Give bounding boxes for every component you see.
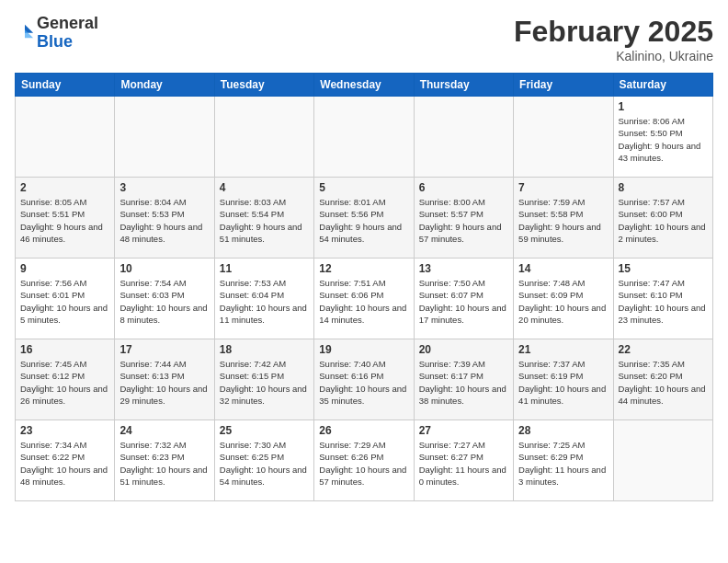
logo-general-text: General xyxy=(37,14,98,32)
logo-blue-text: Blue xyxy=(37,32,73,51)
day-info: Sunrise: 8:06 AM Sunset: 5:50 PM Dayligh… xyxy=(619,115,708,164)
calendar-cell: 21Sunrise: 7:37 AM Sunset: 6:19 PM Dayli… xyxy=(514,339,613,420)
calendar-cell xyxy=(514,97,613,178)
day-number: 25 xyxy=(220,424,309,437)
weekday-header-sunday: Sunday xyxy=(16,74,115,97)
day-info: Sunrise: 7:42 AM Sunset: 6:15 PM Dayligh… xyxy=(220,358,309,407)
day-info: Sunrise: 7:47 AM Sunset: 6:10 PM Dayligh… xyxy=(619,277,708,326)
calendar-header-row: SundayMondayTuesdayWednesdayThursdayFrid… xyxy=(16,74,713,97)
day-number: 13 xyxy=(419,262,508,275)
logo: General Blue xyxy=(15,15,98,52)
calendar-week-row: 1Sunrise: 8:06 AM Sunset: 5:50 PM Daylig… xyxy=(16,97,713,178)
day-number: 18 xyxy=(220,343,309,356)
calendar-cell: 22Sunrise: 7:35 AM Sunset: 6:20 PM Dayli… xyxy=(613,339,712,420)
day-number: 10 xyxy=(119,262,209,275)
calendar-cell: 12Sunrise: 7:51 AM Sunset: 6:06 PM Dayli… xyxy=(314,259,414,339)
day-number: 24 xyxy=(119,424,209,437)
day-info: Sunrise: 7:44 AM Sunset: 6:13 PM Dayligh… xyxy=(119,358,209,407)
calendar-cell: 27Sunrise: 7:27 AM Sunset: 6:27 PM Dayli… xyxy=(414,420,513,501)
calendar-cell: 16Sunrise: 7:45 AM Sunset: 6:12 PM Dayli… xyxy=(16,339,115,420)
day-number: 5 xyxy=(319,181,408,194)
calendar-cell: 3Sunrise: 8:04 AM Sunset: 5:53 PM Daylig… xyxy=(115,178,214,259)
day-number: 26 xyxy=(319,424,408,437)
location-subtitle: Kalinino, Ukraine xyxy=(514,49,713,63)
day-info: Sunrise: 8:04 AM Sunset: 5:53 PM Dayligh… xyxy=(119,196,209,245)
day-info: Sunrise: 7:57 AM Sunset: 6:00 PM Dayligh… xyxy=(619,196,708,245)
calendar-cell: 18Sunrise: 7:42 AM Sunset: 6:15 PM Dayli… xyxy=(214,339,313,420)
day-info: Sunrise: 7:56 AM Sunset: 6:01 PM Dayligh… xyxy=(20,277,109,326)
calendar-week-row: 2Sunrise: 8:05 AM Sunset: 5:51 PM Daylig… xyxy=(16,178,713,259)
day-number: 8 xyxy=(619,181,708,194)
calendar-cell: 8Sunrise: 7:57 AM Sunset: 6:00 PM Daylig… xyxy=(613,178,712,259)
day-number: 23 xyxy=(20,424,109,437)
day-number: 20 xyxy=(419,343,508,356)
day-info: Sunrise: 7:25 AM Sunset: 6:29 PM Dayligh… xyxy=(518,439,608,488)
day-number: 11 xyxy=(220,262,309,275)
day-info: Sunrise: 7:29 AM Sunset: 6:26 PM Dayligh… xyxy=(319,439,408,488)
weekday-header-wednesday: Wednesday xyxy=(314,74,414,97)
calendar-cell: 19Sunrise: 7:40 AM Sunset: 6:16 PM Dayli… xyxy=(314,339,414,420)
day-info: Sunrise: 7:35 AM Sunset: 6:20 PM Dayligh… xyxy=(619,358,708,407)
calendar-cell: 13Sunrise: 7:50 AM Sunset: 6:07 PM Dayli… xyxy=(414,259,513,339)
day-info: Sunrise: 8:05 AM Sunset: 5:51 PM Dayligh… xyxy=(20,196,109,245)
calendar-cell: 7Sunrise: 7:59 AM Sunset: 5:58 PM Daylig… xyxy=(514,178,613,259)
day-info: Sunrise: 7:34 AM Sunset: 6:22 PM Dayligh… xyxy=(20,439,109,488)
calendar-week-row: 16Sunrise: 7:45 AM Sunset: 6:12 PM Dayli… xyxy=(16,339,713,420)
calendar-cell: 6Sunrise: 8:00 AM Sunset: 5:57 PM Daylig… xyxy=(414,178,513,259)
day-number: 1 xyxy=(619,100,708,113)
day-number: 3 xyxy=(119,181,209,194)
weekday-header-monday: Monday xyxy=(115,74,214,97)
day-number: 27 xyxy=(419,424,508,437)
calendar-cell: 28Sunrise: 7:25 AM Sunset: 6:29 PM Dayli… xyxy=(514,420,613,501)
day-info: Sunrise: 7:39 AM Sunset: 6:17 PM Dayligh… xyxy=(419,358,508,407)
weekday-header-friday: Friday xyxy=(514,74,613,97)
calendar-cell: 2Sunrise: 8:05 AM Sunset: 5:51 PM Daylig… xyxy=(16,178,115,259)
calendar-cell: 26Sunrise: 7:29 AM Sunset: 6:26 PM Dayli… xyxy=(314,420,414,501)
calendar-cell: 1Sunrise: 8:06 AM Sunset: 5:50 PM Daylig… xyxy=(613,97,712,178)
day-info: Sunrise: 7:54 AM Sunset: 6:03 PM Dayligh… xyxy=(119,277,209,326)
logo-icon xyxy=(15,21,35,41)
day-number: 17 xyxy=(119,343,209,356)
day-number: 9 xyxy=(20,262,109,275)
calendar-cell: 24Sunrise: 7:32 AM Sunset: 6:23 PM Dayli… xyxy=(115,420,214,501)
day-info: Sunrise: 7:45 AM Sunset: 6:12 PM Dayligh… xyxy=(20,358,109,407)
day-number: 6 xyxy=(419,181,508,194)
day-info: Sunrise: 7:37 AM Sunset: 6:19 PM Dayligh… xyxy=(518,358,608,407)
day-info: Sunrise: 8:00 AM Sunset: 5:57 PM Dayligh… xyxy=(419,196,508,245)
page-header: General Blue February 2025 Kalinino, Ukr… xyxy=(15,15,713,63)
calendar-cell xyxy=(16,97,115,178)
calendar-week-row: 23Sunrise: 7:34 AM Sunset: 6:22 PM Dayli… xyxy=(16,420,713,501)
day-number: 19 xyxy=(319,343,408,356)
day-info: Sunrise: 7:48 AM Sunset: 6:09 PM Dayligh… xyxy=(518,277,608,326)
calendar-cell: 11Sunrise: 7:53 AM Sunset: 6:04 PM Dayli… xyxy=(214,259,313,339)
day-number: 22 xyxy=(619,343,708,356)
weekday-header-thursday: Thursday xyxy=(414,74,513,97)
day-info: Sunrise: 7:59 AM Sunset: 5:58 PM Dayligh… xyxy=(518,196,608,245)
calendar-cell: 10Sunrise: 7:54 AM Sunset: 6:03 PM Dayli… xyxy=(115,259,214,339)
day-info: Sunrise: 7:53 AM Sunset: 6:04 PM Dayligh… xyxy=(220,277,309,326)
calendar-cell: 20Sunrise: 7:39 AM Sunset: 6:17 PM Dayli… xyxy=(414,339,513,420)
calendar-cell: 4Sunrise: 8:03 AM Sunset: 5:54 PM Daylig… xyxy=(214,178,313,259)
calendar-cell: 5Sunrise: 8:01 AM Sunset: 5:56 PM Daylig… xyxy=(314,178,414,259)
day-number: 16 xyxy=(20,343,109,356)
day-info: Sunrise: 8:01 AM Sunset: 5:56 PM Dayligh… xyxy=(319,196,408,245)
day-number: 14 xyxy=(518,262,608,275)
day-number: 7 xyxy=(518,181,608,194)
calendar-week-row: 9Sunrise: 7:56 AM Sunset: 6:01 PM Daylig… xyxy=(16,259,713,339)
day-number: 28 xyxy=(518,424,608,437)
weekday-header-tuesday: Tuesday xyxy=(214,74,313,97)
calendar-cell: 25Sunrise: 7:30 AM Sunset: 6:25 PM Dayli… xyxy=(214,420,313,501)
day-info: Sunrise: 8:03 AM Sunset: 5:54 PM Dayligh… xyxy=(220,196,309,245)
day-info: Sunrise: 7:27 AM Sunset: 6:27 PM Dayligh… xyxy=(419,439,508,488)
day-info: Sunrise: 7:32 AM Sunset: 6:23 PM Dayligh… xyxy=(119,439,209,488)
calendar-cell: 17Sunrise: 7:44 AM Sunset: 6:13 PM Dayli… xyxy=(115,339,214,420)
calendar-cell xyxy=(414,97,513,178)
calendar-cell: 9Sunrise: 7:56 AM Sunset: 6:01 PM Daylig… xyxy=(16,259,115,339)
day-number: 2 xyxy=(20,181,109,194)
day-info: Sunrise: 7:40 AM Sunset: 6:16 PM Dayligh… xyxy=(319,358,408,407)
day-info: Sunrise: 7:51 AM Sunset: 6:06 PM Dayligh… xyxy=(319,277,408,326)
day-info: Sunrise: 7:50 AM Sunset: 6:07 PM Dayligh… xyxy=(419,277,508,326)
day-number: 15 xyxy=(619,262,708,275)
day-number: 21 xyxy=(518,343,608,356)
calendar-cell xyxy=(613,420,712,501)
